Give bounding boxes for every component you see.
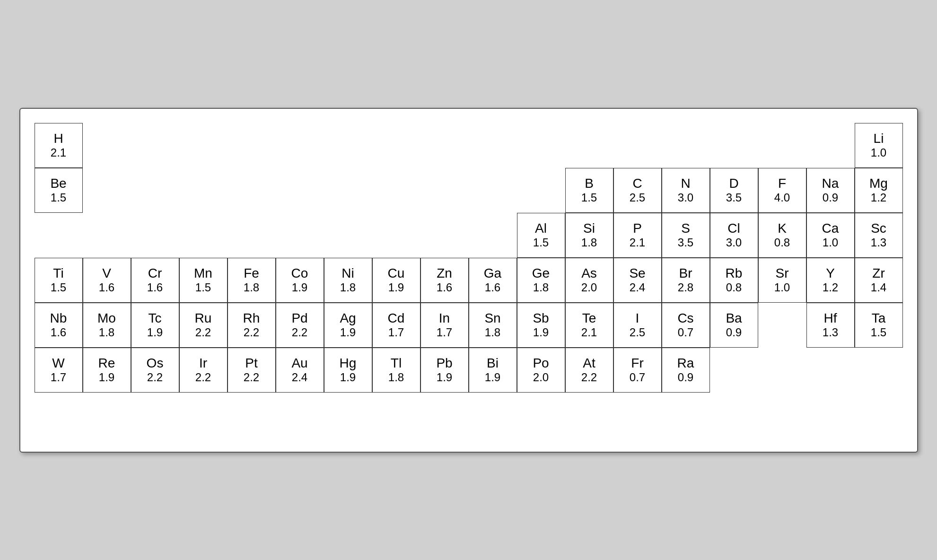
element-symbol: F: [778, 175, 786, 192]
element-electronegativity: 1.3: [823, 326, 838, 340]
element-symbol: At: [583, 355, 595, 371]
empty-cell: [420, 393, 469, 438]
element-electronegativity: 1.5: [51, 281, 66, 295]
element-cell-k: K0.8: [758, 213, 806, 258]
element-electronegativity: 0.8: [726, 281, 742, 295]
element-electronegativity: 1.7: [388, 326, 404, 340]
element-cell-sb: Sb1.9: [517, 303, 565, 348]
element-electronegativity: 1.0: [774, 281, 790, 295]
element-symbol: C: [632, 175, 642, 192]
element-cell-y: Y1.2: [806, 258, 855, 303]
element-cell-fr: Fr0.7: [613, 348, 662, 393]
element-cell-zn: Zn1.6: [420, 258, 469, 303]
empty-cell: [324, 213, 372, 258]
empty-cell: [228, 168, 276, 213]
element-symbol: Y: [826, 265, 835, 281]
element-symbol: Li: [874, 131, 884, 147]
element-symbol: Ba: [726, 310, 742, 326]
element-cell-ru: Ru2.2: [179, 303, 228, 348]
empty-cell: [469, 168, 517, 213]
element-cell-c: C2.5: [613, 168, 662, 213]
element-cell-cd: Cd1.7: [372, 303, 420, 348]
empty-cell: [131, 168, 179, 213]
element-cell-ti: Ti1.5: [35, 258, 83, 303]
empty-cell: [758, 348, 806, 393]
empty-cell: [420, 213, 469, 258]
element-electronegativity: 1.8: [244, 281, 259, 295]
element-electronegativity: 2.4: [630, 281, 645, 295]
element-electronegativity: 2.5: [630, 326, 645, 340]
element-cell-au: Au2.4: [276, 348, 324, 393]
element-cell-pd: Pd2.2: [276, 303, 324, 348]
element-cell-hg: Hg1.9: [324, 348, 372, 393]
element-cell-s: S3.5: [662, 213, 710, 258]
element-cell-ge: Ge1.8: [517, 258, 565, 303]
element-symbol: Tl: [391, 355, 402, 371]
element-symbol: Sc: [871, 220, 886, 236]
element-electronegativity: 2.2: [292, 326, 307, 340]
element-cell-cl: Cl3.0: [710, 213, 758, 258]
element-symbol: K: [778, 220, 787, 236]
element-electronegativity: 1.9: [99, 371, 114, 385]
element-symbol: Cr: [148, 265, 162, 281]
element-cell-zr: Zr1.4: [855, 258, 903, 303]
element-cell-in: In1.7: [420, 303, 469, 348]
element-electronegativity: 2.1: [630, 236, 645, 250]
empty-cell: [35, 393, 83, 438]
element-cell-se: Se2.4: [613, 258, 662, 303]
element-electronegativity: 1.9: [388, 281, 404, 295]
element-cell-w: W1.7: [35, 348, 83, 393]
element-symbol: Os: [147, 355, 164, 371]
element-cell-mn: Mn1.5: [179, 258, 228, 303]
empty-cell: [131, 123, 179, 168]
element-symbol: Pt: [245, 355, 257, 371]
empty-cell: [565, 123, 613, 168]
empty-cell: [372, 213, 420, 258]
empty-cell: [324, 123, 372, 168]
element-electronegativity: 1.6: [147, 281, 163, 295]
empty-cell: [420, 168, 469, 213]
empty-cell: [855, 348, 903, 393]
element-symbol: Si: [583, 220, 595, 236]
element-cell-mg: Mg1.2: [855, 168, 903, 213]
element-electronegativity: 1.5: [195, 281, 211, 295]
empty-cell: [179, 168, 228, 213]
element-electronegativity: 2.1: [581, 326, 597, 340]
empty-cell: [710, 348, 758, 393]
empty-cell: [228, 123, 276, 168]
empty-cell: [276, 168, 324, 213]
element-electronegativity: 1.6: [51, 326, 66, 340]
element-symbol: Au: [291, 355, 307, 371]
empty-cell: [806, 348, 855, 393]
empty-cell: [276, 393, 324, 438]
element-electronegativity: 1.9: [437, 371, 452, 385]
element-electronegativity: 1.8: [485, 326, 500, 340]
element-cell-h: H2.1: [35, 123, 83, 168]
element-symbol: Rb: [726, 265, 743, 281]
element-cell-p: P2.1: [613, 213, 662, 258]
element-electronegativity: 1.6: [437, 281, 452, 295]
element-cell-v: V1.6: [83, 258, 131, 303]
empty-cell: [83, 393, 131, 438]
element-cell-tl: Tl1.8: [372, 348, 420, 393]
element-electronegativity: 2.0: [533, 371, 549, 385]
element-symbol: Ti: [53, 265, 63, 281]
element-cell-os: Os2.2: [131, 348, 179, 393]
element-symbol: Se: [629, 265, 645, 281]
element-symbol: B: [585, 175, 594, 192]
empty-cell: [469, 213, 517, 258]
element-electronegativity: 1.9: [340, 371, 356, 385]
empty-cell: [83, 168, 131, 213]
element-electronegativity: 1.5: [51, 191, 66, 205]
element-cell-li: Li1.0: [855, 123, 903, 168]
element-electronegativity: 1.0: [871, 146, 886, 160]
empty-cell: [613, 123, 662, 168]
element-symbol: Cd: [388, 310, 405, 326]
element-cell-pb: Pb1.9: [420, 348, 469, 393]
element-electronegativity: 2.2: [147, 371, 163, 385]
element-cell-i: I2.5: [613, 303, 662, 348]
element-symbol: N: [681, 175, 690, 192]
element-symbol: Po: [533, 355, 549, 371]
empty-cell: [806, 123, 855, 168]
element-symbol: Be: [50, 175, 66, 192]
